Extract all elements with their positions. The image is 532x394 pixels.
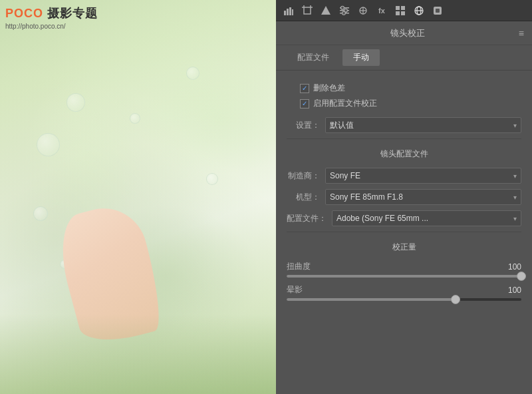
vignette-value: 100 bbox=[500, 286, 521, 295]
panel-title: 镜头校正 bbox=[297, 27, 519, 39]
logo-url: http://photo.poco.cn/ bbox=[5, 23, 98, 30]
enable-correction-checkbox[interactable] bbox=[300, 99, 309, 108]
distortion-slider-section: 扭曲度 100 bbox=[287, 261, 521, 278]
checkbox-row-aberration[interactable]: 删除色差 bbox=[300, 83, 521, 94]
svg-rect-21 bbox=[396, 11, 400, 15]
svg-point-15 bbox=[342, 11, 346, 15]
make-value: Sony FE bbox=[330, 171, 360, 180]
profile-select[interactable]: Adobe (Sony FE 65mm ... ▾ bbox=[332, 210, 521, 226]
svg-rect-4 bbox=[304, 7, 311, 14]
vignette-thumb[interactable] bbox=[451, 295, 460, 304]
vignette-header: 晕影 100 bbox=[287, 284, 521, 296]
vignette-label: 晕影 bbox=[287, 284, 303, 296]
crop-icon[interactable] bbox=[300, 3, 315, 18]
make-arrow: ▾ bbox=[513, 172, 517, 180]
bubble bbox=[186, 67, 200, 80]
histogram-icon[interactable] bbox=[281, 3, 296, 18]
logo-area: POCO 摄影专题 http://photo.poco.cn/ bbox=[5, 5, 98, 30]
vignette-track[interactable] bbox=[287, 298, 521, 301]
detail-icon[interactable] bbox=[393, 3, 408, 18]
distortion-thumb[interactable] bbox=[517, 272, 526, 281]
toolbar: fx bbox=[276, 0, 532, 21]
make-label: 制造商： bbox=[287, 170, 320, 182]
model-label: 机型： bbox=[287, 192, 320, 203]
curves-icon[interactable]: fx bbox=[374, 3, 389, 18]
settings-row: 设置： 默认值 ▾ bbox=[287, 117, 521, 133]
ground-area bbox=[0, 314, 276, 394]
tabs-row: 配置文件 手动 bbox=[276, 45, 532, 71]
lens-correction-icon[interactable] bbox=[412, 3, 426, 18]
profile-arrow: ▾ bbox=[513, 215, 517, 222]
profile-row: 配置文件： Adobe (Sony FE 65mm ... ▾ bbox=[287, 210, 521, 226]
svg-rect-19 bbox=[396, 6, 400, 10]
vignette-fill bbox=[287, 298, 456, 301]
svg-rect-0 bbox=[284, 11, 286, 15]
heal-icon[interactable] bbox=[319, 3, 333, 18]
remove-aberration-label: 删除色差 bbox=[313, 83, 345, 94]
svg-rect-2 bbox=[289, 7, 291, 15]
remove-aberration-checkbox[interactable] bbox=[300, 84, 309, 93]
model-row: 机型： Sony FE 85mm F1.8 ▾ bbox=[287, 189, 521, 205]
checkbox-group: 删除色差 启用配置文件校正 bbox=[300, 83, 521, 109]
settings-panel: fx 镜头校正 ≡ 配置文件 手动 删除色差 启用配置 bbox=[276, 0, 532, 394]
model-arrow: ▾ bbox=[513, 194, 517, 201]
settings-select[interactable]: 默认值 ▾ bbox=[325, 117, 521, 133]
tab-manual[interactable]: 手动 bbox=[342, 49, 380, 66]
bubble bbox=[206, 173, 218, 185]
svg-rect-3 bbox=[292, 9, 293, 15]
distortion-fill bbox=[287, 275, 521, 278]
distortion-track[interactable] bbox=[287, 275, 521, 278]
bubble bbox=[33, 206, 48, 221]
lens-profile-title: 镜头配置文件 bbox=[287, 148, 521, 162]
vignette-slider-section: 晕影 100 bbox=[287, 284, 521, 301]
bubble bbox=[37, 133, 60, 156]
svg-rect-22 bbox=[401, 11, 405, 15]
profile-value: Adobe (Sony FE 65mm ... bbox=[336, 214, 428, 223]
checkbox-row-correction[interactable]: 启用配置文件校正 bbox=[300, 98, 521, 109]
svg-marker-9 bbox=[321, 6, 331, 15]
bubble bbox=[130, 113, 140, 124]
settings-arrow: ▾ bbox=[513, 122, 517, 129]
fx-label: fx bbox=[378, 7, 385, 15]
correction-title: 校正量 bbox=[287, 242, 521, 256]
hsl-icon[interactable] bbox=[356, 3, 370, 18]
svg-rect-27 bbox=[436, 9, 440, 13]
svg-point-13 bbox=[341, 6, 344, 9]
enable-correction-label: 启用配置文件校正 bbox=[313, 98, 377, 109]
divider-2 bbox=[287, 232, 521, 232]
settings-label: 设置： bbox=[287, 120, 320, 131]
divider-1 bbox=[287, 138, 521, 139]
make-row: 制造商： Sony FE ▾ bbox=[287, 168, 521, 184]
make-select[interactable]: Sony FE ▾ bbox=[325, 168, 521, 184]
model-select[interactable]: Sony FE 85mm F1.8 ▾ bbox=[325, 189, 521, 205]
distortion-label: 扭曲度 bbox=[287, 261, 311, 272]
effects-icon[interactable] bbox=[430, 3, 445, 18]
distortion-header: 扭曲度 100 bbox=[287, 261, 521, 272]
tab-profile[interactable]: 配置文件 bbox=[287, 49, 340, 66]
panel-header: 镜头校正 ≡ bbox=[276, 21, 532, 45]
panel-menu-icon[interactable]: ≡ bbox=[519, 28, 524, 39]
distortion-value: 100 bbox=[500, 262, 521, 272]
svg-rect-20 bbox=[401, 6, 405, 10]
adjust-icon[interactable] bbox=[337, 3, 352, 18]
svg-rect-1 bbox=[287, 9, 289, 15]
photo-panel: POCO 摄影专题 http://photo.poco.cn/ bbox=[0, 0, 276, 394]
bubble bbox=[66, 93, 85, 112]
poco-logo: POCO 摄影专题 bbox=[5, 5, 98, 21]
model-value: Sony FE 85mm F1.8 bbox=[330, 192, 403, 202]
profile-label: 配置文件： bbox=[287, 213, 327, 224]
settings-value: 默认值 bbox=[330, 120, 354, 131]
content-area: 删除色差 启用配置文件校正 设置： 默认值 ▾ 镜头配置文件 制造商： Sony… bbox=[276, 71, 532, 394]
